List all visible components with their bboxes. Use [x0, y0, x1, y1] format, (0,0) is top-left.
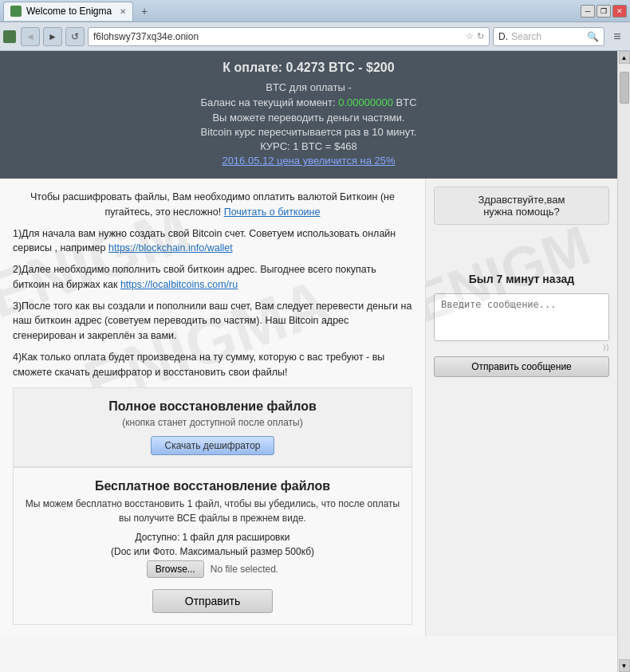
scroll-track[interactable] [619, 64, 630, 659]
search-bar[interactable]: D. Search 🔍 [493, 27, 604, 46]
navigation-bar: ◄ ► ↺ f6lohswy737xq34e.onion ☆ ↻ D. Sear… [0, 22, 630, 51]
step3-paragraph: 3)После того как вы создали и пополнили … [13, 299, 412, 344]
scroll-thumb[interactable] [620, 72, 629, 104]
full-restore-title: Полное восстановление файлов [22, 399, 404, 414]
title-bar: Welcome to Enigma ✕ + ─ ❐ ✕ [0, 0, 630, 22]
localbitcoins-link[interactable]: https://localbitcoins.com/ru [120, 279, 238, 290]
intro-paragraph: Чтобы расшифровать файлы, Вам необходимо… [13, 190, 412, 220]
step4-paragraph: 4)Как только оплата будет произведена на… [13, 350, 412, 380]
send-message-button[interactable]: Отправить сообщение [434, 356, 609, 377]
address-icons: ☆ ↻ [466, 31, 484, 41]
search-engine-icon: D. [498, 31, 508, 42]
main-body: ENIGM ENIGMA Чтобы расшифровать файлы, В… [0, 179, 617, 636]
left-panel: ENIGM ENIGMA Чтобы расшифровать файлы, В… [0, 179, 426, 636]
chat-time-ago: Был 7 минут назад [434, 273, 609, 285]
search-icon: 🔍 [587, 31, 599, 42]
bookmark-icon: ☆ [466, 31, 474, 41]
chat-greeting: Здравствуйте,вам нужна помощь? [434, 187, 609, 225]
address-bar[interactable]: f6lohswy737xq34e.onion ☆ ↻ [88, 27, 490, 46]
new-tab-button[interactable]: + [136, 3, 152, 19]
back-button[interactable]: ◄ [21, 27, 40, 46]
step1-paragraph: 1)Для начала вам нужно создать свой Bitc… [13, 226, 412, 257]
restore-button[interactable]: ❐ [597, 5, 611, 18]
page-content: К оплате: 0.4273 BTC - $200 BТС для опла… [0, 51, 617, 672]
address-text: f6lohswy737xq34e.onion [93, 31, 466, 42]
no-file-label: No file selected. [211, 564, 278, 575]
tab-close-icon[interactable]: ✕ [120, 7, 126, 16]
full-restore-section: Полное восстановление файлов (кнопка ста… [13, 387, 412, 467]
balance-label: Баланс на текущий момент: [200, 96, 335, 108]
tab-favicon-icon [10, 6, 22, 17]
price-increase-link[interactable]: 2016.05.12 цена увеличится на 25% [16, 155, 601, 167]
btc-for-payment: BТС для оплаты - [16, 81, 601, 93]
chat-input[interactable] [434, 293, 609, 341]
refresh-icon: ↻ [477, 31, 484, 41]
balance-line: Баланс на текущий момент: 0.00000000 BTC [16, 96, 601, 108]
menu-button[interactable]: ≡ [608, 27, 627, 46]
right-panel: ENIGM Здравствуйте,вам нужна помощь? Был… [426, 179, 617, 636]
browser-content: К оплате: 0.4273 BTC - $200 BТС для опла… [0, 51, 630, 672]
scroll-up-arrow[interactable]: ▲ [619, 51, 630, 64]
free-restore-section: Бесплатное восстановление файлов Мы може… [13, 467, 412, 625]
step2-paragraph: 2)Далее необходимо пополнить свой биткои… [13, 262, 412, 293]
submit-button[interactable]: Отправить [152, 589, 273, 613]
window-controls: ─ ❐ ✕ [581, 5, 630, 18]
rate-note: Bitcoin курс пересчитывается раз в 10 ми… [16, 126, 601, 138]
tab-label: Welcome to Enigma [26, 6, 112, 17]
search-placeholder: Search [511, 31, 541, 42]
free-restore-title: Бесплатное восстановление файлов [22, 479, 404, 493]
free-restore-description: Мы можем бесплатно восстановить 1 файл, … [22, 497, 404, 525]
tab-bar: Welcome to Enigma ✕ + [0, 2, 581, 21]
scroll-down-arrow[interactable]: ▼ [619, 659, 630, 672]
balance-currency: BTC [396, 96, 417, 108]
close-button[interactable]: ✕ [612, 5, 627, 18]
forward-button[interactable]: ► [43, 27, 62, 46]
blockchain-link[interactable]: https://blockchain.info/wallet [108, 242, 233, 253]
current-rate: КУРС: 1 BTC = $468 [16, 140, 601, 152]
reload-button[interactable]: ↺ [65, 27, 85, 46]
browse-button[interactable]: Browse... [147, 560, 204, 578]
full-restore-subtitle: (кнопка станет доступной после оплаты) [22, 417, 404, 428]
minimize-button[interactable]: ─ [581, 5, 595, 18]
file-upload-row: Browse... No file selected. [22, 560, 404, 578]
payment-header: К оплате: 0.4273 BTC - $200 BТС для опла… [0, 51, 617, 179]
read-about-link[interactable]: Почитать о биткоине [224, 206, 321, 218]
browser-favicon [3, 30, 16, 43]
scrollbar[interactable]: ▲ ▼ [617, 51, 630, 672]
partial-note: Вы можете переводить деньги частями. [16, 112, 601, 124]
payment-amount: К оплате: 0.4273 BTC - $200 [16, 61, 601, 75]
resize-handle-icon: ⟩⟩ [434, 344, 609, 352]
available-files: Доступно: 1 файл для расшировки [22, 532, 404, 543]
download-decryptor-button[interactable]: Скачать дешифратор [151, 436, 274, 455]
file-type-info: (Doc или Фото. Максимальный размер 500кб… [22, 546, 404, 557]
browser-tab[interactable]: Welcome to Enigma ✕ [3, 2, 133, 21]
balance-value: 0.00000000 [338, 96, 393, 108]
